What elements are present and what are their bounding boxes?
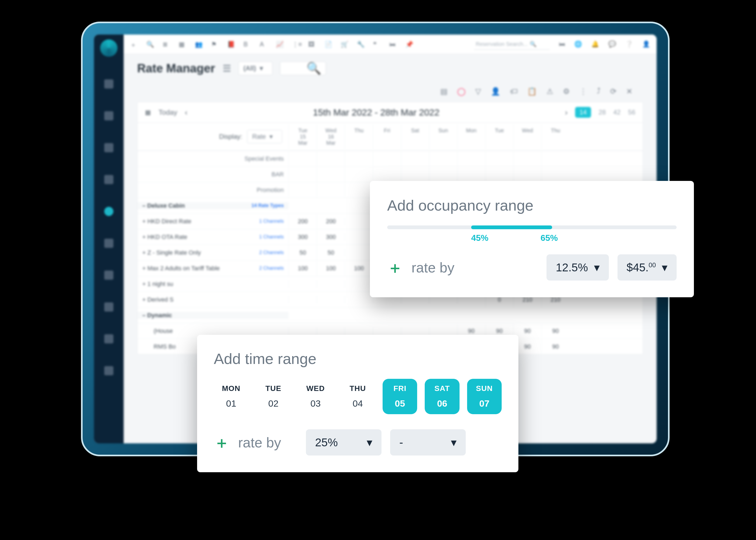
span-chip-14[interactable]: 14 (575, 107, 591, 118)
nav-plus-icon[interactable] (104, 143, 113, 152)
span-chip-56[interactable]: 56 (628, 108, 635, 116)
day-header: Sun (429, 125, 457, 149)
time-percent-select[interactable]: 25% ▾ (306, 429, 382, 456)
day-header: Fri (373, 125, 401, 149)
date-range-label: 15th Mar 2022 - 28th Mar 2022 (195, 107, 557, 118)
day-header: Thu (345, 125, 373, 149)
nav-bed-icon[interactable] (104, 239, 113, 248)
plus-icon: ＋ (214, 435, 229, 450)
day-toggle-fri[interactable]: FRI05 (383, 379, 417, 414)
nav-grid-icon[interactable] (104, 79, 113, 88)
tb-bed-icon[interactable]: 🛏 (389, 41, 396, 48)
day-header: Thu (541, 125, 569, 149)
occupancy-slider[interactable] (387, 225, 677, 229)
nav-globe-icon[interactable] (104, 207, 113, 216)
tb-grid-icon[interactable]: ▦ (179, 41, 186, 48)
act-close-icon[interactable]: ✕ (626, 87, 632, 96)
tb-plus-icon[interactable]: ＋ (130, 41, 137, 48)
act-export-icon[interactable]: ⤴ (597, 87, 600, 96)
time-amount-select[interactable]: - ▾ (390, 429, 466, 456)
occupancy-amount-select[interactable]: $45.00 ▾ (617, 254, 677, 281)
tb-help-icon[interactable]: ❔ (625, 41, 633, 48)
page-title: Rate Manager (137, 62, 215, 75)
tb-bell-icon[interactable]: 🔔 (591, 41, 599, 48)
tb-search-icon[interactable]: 🔍 (146, 41, 153, 48)
tb-globe-icon[interactable]: 🌐 (574, 41, 582, 48)
occupancy-percent-select[interactable]: 12.5% ▾ (547, 254, 609, 281)
calendar-header: ▦ Today ‹ 15th Mar 2022 - 28th Mar 2022 … (137, 102, 643, 123)
day-toggle-tue[interactable]: TUE02 (256, 379, 291, 414)
info-row: BAR.......... (137, 166, 643, 182)
act-clipboard-icon[interactable]: 📋 (527, 87, 537, 96)
mini-search-input[interactable]: 🔍 (280, 62, 326, 75)
act-tag-icon[interactable]: 🏷 (510, 87, 518, 96)
act-info-icon[interactable]: ⋮ (579, 87, 587, 96)
day-header: Tue (485, 125, 513, 149)
span-chip-28[interactable]: 28 (599, 108, 606, 116)
tb-pin-icon[interactable]: 📌 (406, 41, 413, 48)
tb-flag-icon[interactable]: ⚑ (211, 41, 218, 48)
act-filter-icon[interactable]: ▽ (475, 87, 481, 96)
day-header: Tue15Mar (289, 125, 317, 149)
day-header: Sat (401, 125, 429, 149)
act-comment-icon[interactable]: ◯ (457, 87, 465, 96)
act-refresh-icon[interactable]: ⟳ (610, 87, 616, 96)
span-chip-42[interactable]: 42 (613, 108, 621, 116)
nav-chart-icon[interactable] (104, 111, 113, 120)
left-sidebar (94, 35, 124, 443)
reservation-search-input[interactable]: Reservation Search... 🔍 (474, 39, 550, 50)
occupancy-low: 45% (471, 233, 488, 243)
display-label: Display: (219, 133, 242, 140)
tb-doc-icon[interactable]: 📄 (324, 41, 331, 48)
nav-pie-icon[interactable] (104, 271, 113, 280)
time-title: Add time range (214, 350, 502, 367)
tb-bold-icon[interactable]: B (244, 41, 251, 48)
day-toggle-thu[interactable]: THU04 (340, 379, 375, 414)
caret-down-icon: ▾ (451, 436, 456, 449)
search-icon: 🔍 (530, 41, 537, 47)
day-toggle-sat[interactable]: SAT06 (425, 379, 459, 414)
next-range-button[interactable]: › (565, 108, 567, 117)
app-logo-icon (100, 40, 117, 57)
calendar-subheader: Display: Rate ▾ Tue15MarWed16MarThuFriSa… (137, 123, 643, 151)
tb-bullet-icon[interactable]: ⋮≡ (292, 41, 299, 48)
act-warn-icon[interactable]: ⚠ (547, 87, 553, 96)
nav-briefcase-icon[interactable] (104, 302, 113, 312)
caret-down-icon: ▾ (662, 261, 668, 274)
act-note-icon[interactable]: ▤ (441, 87, 447, 96)
tb-image-icon[interactable]: 🖼 (308, 41, 315, 48)
day-toggle-mon[interactable]: MON01 (214, 379, 248, 414)
day-toggle-sun[interactable]: SUN07 (467, 379, 502, 414)
prev-range-button[interactable]: ‹ (185, 108, 188, 117)
tb-people-icon[interactable]: 👥 (195, 41, 202, 48)
act-gear-icon[interactable]: ⚙ (563, 87, 570, 96)
tb-wrench-icon[interactable]: 🔧 (357, 41, 364, 48)
tb-chat-icon[interactable]: 💬 (608, 41, 616, 48)
layers-icon[interactable]: ☰ (223, 63, 231, 74)
rate-by-label: rate by (412, 259, 454, 276)
nav-gauge-icon[interactable] (104, 334, 113, 343)
today-button[interactable]: Today (159, 108, 177, 117)
nav-check-icon[interactable] (104, 366, 113, 375)
tb-list-icon[interactable]: ≣ (163, 41, 170, 48)
action-toolbar: ▤ ◯ ▽ 👤 🏷 📋 ⚠ ⚙ ⋮ ⤴ ⟳ ✕ (137, 87, 643, 96)
display-select[interactable]: Rate ▾ (247, 130, 282, 143)
rate-by-label: rate by (238, 435, 281, 451)
occupancy-high: 65% (541, 233, 558, 243)
section-dynamic[interactable]: – Dynamic (137, 307, 643, 323)
tb-user-icon[interactable]: 👤 (642, 41, 650, 48)
search-placeholder: Reservation Search... (476, 41, 528, 47)
tb-chart-icon[interactable]: 📈 (276, 41, 283, 48)
filter-select[interactable]: (All) ▾ (238, 62, 272, 75)
tb-cart-icon[interactable]: 🛒 (341, 41, 348, 48)
page-header: Rate Manager ☰ (All) ▾ 🔍 (137, 62, 643, 75)
tb-quote-icon[interactable]: ❝ (373, 41, 380, 48)
tb-a-icon[interactable]: A (260, 41, 267, 48)
day-toggle-wed[interactable]: WED03 (298, 379, 333, 414)
nav-card-icon[interactable] (104, 175, 113, 184)
tb-bed2-icon[interactable]: 🛏 (559, 41, 565, 48)
occupancy-range-card: Add occupancy range 45% 65% ＋ rate by 12… (370, 181, 694, 297)
act-user-icon[interactable]: 👤 (491, 87, 500, 96)
tb-book-icon[interactable]: 📕 (227, 41, 234, 48)
caret-down-icon: ▾ (594, 261, 600, 274)
